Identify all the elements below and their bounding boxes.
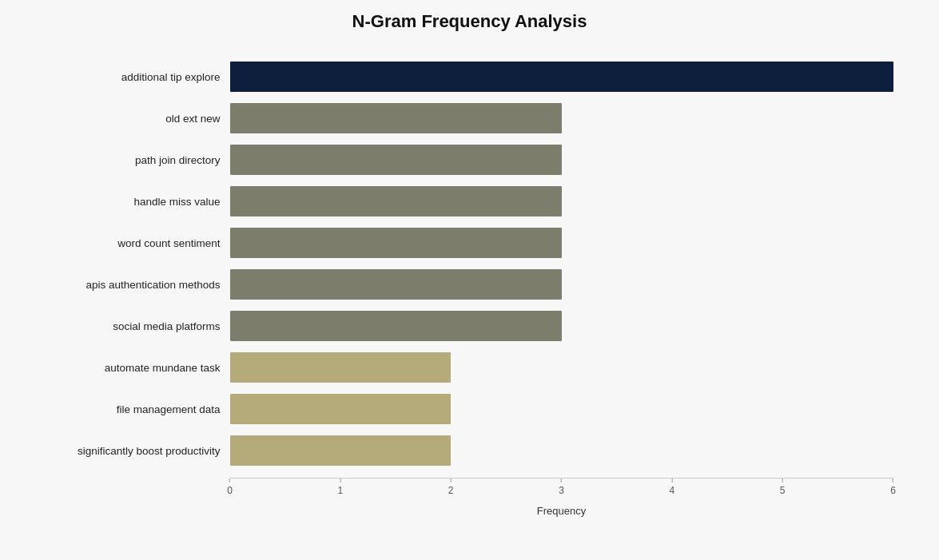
tick-line bbox=[451, 479, 452, 483]
bar-track bbox=[230, 269, 893, 300]
bar-label: automate mundane task bbox=[46, 362, 230, 374]
bar-fill bbox=[230, 435, 452, 466]
tick-line bbox=[229, 479, 230, 483]
bar-row: handle miss value bbox=[46, 181, 893, 222]
bar-fill bbox=[230, 186, 562, 216]
bar-fill bbox=[230, 103, 562, 133]
bar-row: word count sentiment bbox=[46, 222, 893, 264]
bar-fill bbox=[230, 394, 452, 424]
tick-label: 0 bbox=[227, 485, 233, 496]
bar-row: apis authentication methods bbox=[46, 264, 893, 305]
bar-fill bbox=[230, 145, 562, 175]
axis-label: Frequency bbox=[230, 505, 893, 517]
bar-row: significantly boost productivity bbox=[46, 430, 893, 471]
tick-line bbox=[782, 479, 783, 483]
bar-label: apis authentication methods bbox=[46, 279, 230, 291]
bar-label: path join directory bbox=[46, 154, 230, 166]
axis-tick: 1 bbox=[337, 479, 343, 496]
bar-track bbox=[230, 228, 893, 258]
bar-fill bbox=[230, 352, 452, 383]
bar-label: old ext new bbox=[46, 113, 230, 125]
tick-line bbox=[561, 479, 562, 483]
tick-label: 6 bbox=[890, 485, 896, 496]
tick-label: 2 bbox=[448, 485, 454, 496]
bar-row: old ext new bbox=[46, 97, 893, 139]
tick-line bbox=[893, 479, 893, 483]
chart-title: N-Gram Frequency Analysis bbox=[46, 11, 893, 32]
bar-track bbox=[230, 103, 893, 133]
tick-line bbox=[671, 479, 672, 483]
tick-label: 5 bbox=[780, 485, 786, 496]
bar-track bbox=[230, 186, 893, 216]
bar-label: word count sentiment bbox=[46, 237, 230, 249]
bar-label: handle miss value bbox=[46, 196, 230, 208]
tick-label: 1 bbox=[337, 485, 343, 496]
axis-spacer bbox=[46, 478, 230, 517]
tick-label: 4 bbox=[669, 485, 674, 496]
bar-track bbox=[230, 145, 893, 175]
bar-label: file management data bbox=[46, 403, 230, 415]
bar-fill bbox=[230, 228, 562, 258]
axis-tick: 6 bbox=[890, 479, 896, 496]
bar-fill bbox=[230, 269, 562, 300]
bar-label: significantly boost productivity bbox=[46, 445, 230, 457]
bar-fill bbox=[230, 311, 562, 341]
chart-container: N-Gram Frequency Analysis additional tip… bbox=[30, 0, 909, 560]
bar-label: additional tip explore bbox=[46, 71, 230, 83]
tick-label: 3 bbox=[559, 485, 564, 496]
chart-area: additional tip exploreold ext newpath jo… bbox=[46, 56, 893, 471]
axis-tick: 4 bbox=[669, 479, 674, 496]
bar-row: file management data bbox=[46, 388, 893, 430]
axis-ticks: 0123456 bbox=[230, 478, 893, 502]
bar-row: automate mundane task bbox=[46, 347, 893, 388]
bar-track bbox=[230, 62, 893, 92]
axis-tick: 2 bbox=[448, 479, 454, 496]
bar-track bbox=[230, 435, 893, 466]
bar-label: social media platforms bbox=[46, 320, 230, 332]
bar-row: path join directory bbox=[46, 139, 893, 181]
bar-track bbox=[230, 311, 893, 341]
bar-row: additional tip explore bbox=[46, 56, 893, 97]
bar-track bbox=[230, 394, 893, 424]
tick-line bbox=[340, 479, 340, 483]
bar-fill bbox=[230, 62, 893, 92]
axis-tick: 5 bbox=[780, 479, 786, 496]
axis-tick: 3 bbox=[559, 479, 564, 496]
bar-row: social media platforms bbox=[46, 305, 893, 347]
axis-tick: 0 bbox=[227, 479, 233, 496]
axis-area: 0123456 Frequency bbox=[46, 478, 893, 517]
bar-track bbox=[230, 352, 893, 383]
